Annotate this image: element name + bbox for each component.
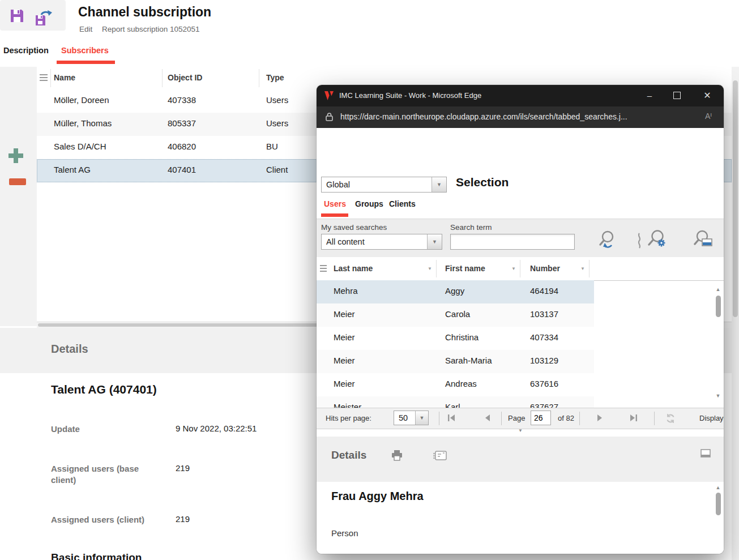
cell-first-name: Sarah-Maria xyxy=(445,356,492,365)
result-row[interactable]: Meier Christina 407334 xyxy=(317,327,594,350)
person-name: Frau Aggy Mehra xyxy=(331,490,424,503)
result-row[interactable]: Meister Karl 637627 xyxy=(317,396,594,408)
popup-content: Global ▼ Selection Users Groups Clients … xyxy=(317,128,724,554)
save-search-icon[interactable] xyxy=(694,229,714,251)
cell-name: Müller, Thomas xyxy=(54,118,112,128)
saved-searches-select[interactable]: All content ▼ xyxy=(321,234,442,250)
hits-per-page-label: Hits per page: xyxy=(326,414,371,422)
vertical-scrollbar[interactable] xyxy=(732,67,739,560)
remove-subscriber-icon[interactable] xyxy=(9,178,26,185)
search-settings-icon[interactable] xyxy=(646,228,669,251)
result-row[interactable]: Meier Andreas 637616 xyxy=(317,373,594,397)
active-tab-underline xyxy=(57,61,115,64)
tab-groups[interactable]: Groups xyxy=(355,199,383,208)
vertical-scrollbar-thumb[interactable] xyxy=(733,80,738,317)
save-and-exit-icon[interactable] xyxy=(34,10,53,27)
result-row[interactable]: Meier Carola 103137 xyxy=(317,303,594,327)
filter-arrow-icon[interactable]: ▼ xyxy=(580,266,585,271)
tab-clients[interactable]: Clients xyxy=(389,199,416,208)
restore-panel-icon[interactable] xyxy=(700,449,711,458)
column-header-number[interactable]: Number xyxy=(530,264,560,273)
save-toolbar xyxy=(0,0,66,31)
selection-heading: Selection xyxy=(456,176,509,189)
page-title: Channel subscription xyxy=(78,5,211,20)
imc-logo-icon xyxy=(323,90,335,101)
cell-type: Client xyxy=(266,165,288,174)
result-row-selected[interactable]: Mehra Aggy 464194 xyxy=(317,280,594,304)
id-card-icon[interactable] xyxy=(433,451,447,460)
displaying-label: Displayin xyxy=(699,414,724,422)
saved-searches-label: My saved searches xyxy=(321,223,387,232)
divider xyxy=(439,412,439,425)
details-scrollbar-thumb[interactable] xyxy=(716,493,721,515)
scope-select[interactable]: Global ▼ xyxy=(321,177,447,193)
scroll-up-icon[interactable]: ▲ xyxy=(714,287,722,292)
close-window-icon[interactable]: ✕ xyxy=(695,85,720,106)
column-header-name[interactable]: Name xyxy=(54,73,75,82)
cell-first-name: Andreas xyxy=(445,379,477,388)
last-page-icon[interactable] xyxy=(629,413,638,422)
details-panel-header: Details xyxy=(317,437,724,482)
refresh-icon[interactable] xyxy=(665,413,676,424)
cell-name: Möller, Doreen xyxy=(54,95,109,105)
cell-last-name: Mehra xyxy=(334,286,358,296)
drag-handle-icon[interactable] xyxy=(320,265,327,272)
chevron-down-icon[interactable]: ▼ xyxy=(432,177,446,192)
cell-type: BU xyxy=(266,142,278,151)
column-header-object-id[interactable]: Object ID xyxy=(168,73,202,82)
column-header-type[interactable]: Type xyxy=(266,73,284,82)
chevron-down-icon[interactable]: ▼ xyxy=(415,411,428,425)
first-page-icon[interactable] xyxy=(447,413,456,422)
edit-label: Edit xyxy=(79,25,92,33)
details-panel-title: Details xyxy=(331,449,366,461)
maximize-icon[interactable] xyxy=(664,85,689,106)
url-text: https://darc-main.northeurope.cloudapp.a… xyxy=(340,112,627,121)
result-row[interactable]: Meier Sarah-Maria 103129 xyxy=(317,350,594,374)
cell-type: Users xyxy=(266,118,288,128)
search-term-input[interactable] xyxy=(450,234,575,250)
search-term-label: Search term xyxy=(450,223,492,232)
drag-handle-icon[interactable] xyxy=(40,74,48,81)
results-scrollbar-thumb[interactable] xyxy=(716,296,721,317)
cell-number: 637627 xyxy=(530,402,558,408)
assigned-users-client-value: 219 xyxy=(176,514,190,524)
previous-page-icon[interactable] xyxy=(483,413,492,422)
active-tab-underline xyxy=(321,213,348,217)
collapse-panel-icon[interactable]: ▼ xyxy=(512,428,528,435)
minimize-icon[interactable]: – xyxy=(637,85,662,106)
cell-name: Talent AG xyxy=(54,165,91,174)
scroll-up-icon[interactable]: ▲ xyxy=(714,485,722,490)
filter-arrow-icon[interactable]: ▼ xyxy=(428,266,432,271)
filter-arrow-icon[interactable]: ▼ xyxy=(511,266,516,271)
next-page-icon[interactable] xyxy=(595,413,604,422)
column-separator xyxy=(436,260,437,277)
hits-per-page-select[interactable]: 50 ▼ xyxy=(394,411,429,425)
chevron-down-icon[interactable]: ▼ xyxy=(427,234,442,249)
page-number-input[interactable] xyxy=(531,411,551,425)
update-label: Update xyxy=(51,424,161,435)
screen: Channel subscription Edit Report subscri… xyxy=(0,0,739,560)
tab-description[interactable]: Description xyxy=(3,46,49,55)
basic-information-heading: Basic information xyxy=(51,552,142,560)
scope-select-value: Global xyxy=(326,180,350,189)
save-icon[interactable] xyxy=(9,8,25,24)
run-search-icon[interactable] xyxy=(599,229,617,251)
column-header-first-name[interactable]: First name xyxy=(445,264,485,273)
cell-object-id: 407338 xyxy=(168,95,196,105)
assigned-users-base-value: 219 xyxy=(176,463,190,473)
scroll-down-icon[interactable]: ▼ xyxy=(714,393,722,399)
window-urlbar[interactable]: https://darc-main.northeurope.cloudapp.a… xyxy=(317,106,724,128)
tab-subscribers[interactable]: Subscribers xyxy=(61,46,109,55)
column-separator xyxy=(50,69,51,87)
print-icon[interactable] xyxy=(391,449,403,461)
cell-object-id: 407401 xyxy=(168,165,196,174)
window-titlebar[interactable]: IMC Learning Suite - Work - Microsoft Ed… xyxy=(317,85,724,106)
column-separator xyxy=(589,260,590,277)
tab-users[interactable]: Users xyxy=(324,199,346,208)
results-rows: Mehra Aggy 464194 Meier Carola 103137 Me… xyxy=(317,280,724,408)
add-subscriber-icon[interactable] xyxy=(7,147,24,164)
read-aloud-icon[interactable]: Aᑊ xyxy=(705,112,712,121)
details-section-title: Details xyxy=(51,343,88,356)
separator-squiggle-icon xyxy=(636,233,642,249)
column-header-last-name[interactable]: Last name xyxy=(334,264,373,273)
